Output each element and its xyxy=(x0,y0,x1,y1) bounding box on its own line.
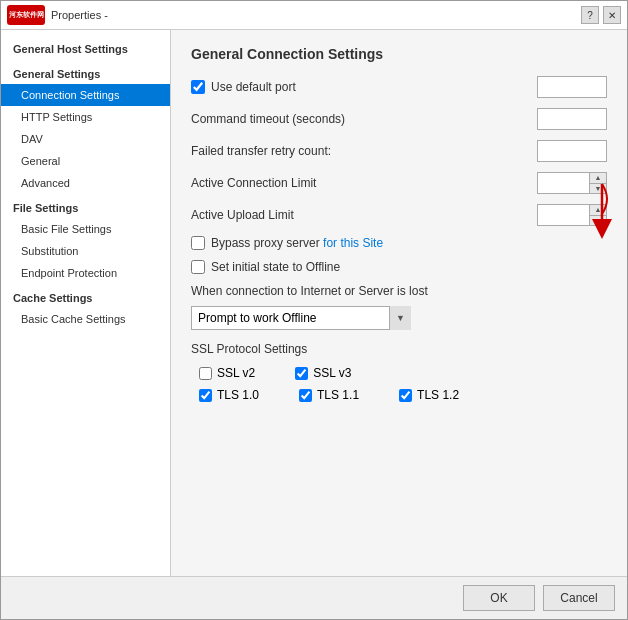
connection-lost-label: When connection to Internet or Server is… xyxy=(191,284,607,298)
sidebar-section-header-general: General Settings xyxy=(1,60,170,84)
tls-1-0-item: TLS 1.0 xyxy=(199,388,259,402)
main-title: General Connection Settings xyxy=(191,46,607,62)
sidebar-top-item[interactable]: General Host Settings xyxy=(1,38,170,60)
default-port-label: Use default port xyxy=(211,80,296,94)
bypass-proxy-link[interactable]: for this Site xyxy=(323,236,383,250)
sidebar-item-basic-cache-settings[interactable]: Basic Cache Settings xyxy=(1,308,170,330)
connection-lost-dropdown[interactable]: Prompt to work Offline Work Offline Stay… xyxy=(191,306,411,330)
active-connection-limit-spinner-btns: ▲ ▼ xyxy=(589,172,607,194)
title-bar-left: 河东软件网 Properties - xyxy=(7,5,108,25)
active-connection-limit-input[interactable]: 4 xyxy=(537,172,589,194)
sidebar-item-advanced[interactable]: Advanced xyxy=(1,172,170,194)
failed-transfer-label: Failed transfer retry count: xyxy=(191,144,537,158)
default-port-row: Use default port 443 xyxy=(191,76,607,98)
ssl-grid: SSL v2 SSL v3 TLS 1.0 TLS 1.1 xyxy=(199,366,607,402)
initial-state-label: Set initial state to Offline xyxy=(211,260,340,274)
tls-1-1-item: TLS 1.1 xyxy=(299,388,359,402)
tls-1-0-checkbox[interactable] xyxy=(199,389,212,402)
tls-1-2-checkbox[interactable] xyxy=(399,389,412,402)
close-button[interactable]: ✕ xyxy=(603,6,621,24)
ssl-v2-item: SSL v2 xyxy=(199,366,255,380)
active-upload-limit-spinner-btns: ▲ ▼ xyxy=(589,204,607,226)
dialog-footer: OK Cancel xyxy=(1,576,627,619)
command-timeout-label: Command timeout (seconds) xyxy=(191,112,537,126)
sidebar-item-basic-file-settings[interactable]: Basic File Settings xyxy=(1,218,170,240)
sidebar-item-connection-settings[interactable]: Connection Settings xyxy=(1,84,170,106)
connection-lost-dropdown-wrapper: Prompt to work Offline Work Offline Stay… xyxy=(191,306,411,330)
sidebar-item-substitution[interactable]: Substitution xyxy=(1,240,170,262)
tls-1-1-label: TLS 1.1 xyxy=(317,388,359,402)
bypass-proxy-label: Bypass proxy server for this Site xyxy=(211,236,383,250)
bypass-proxy-checkbox[interactable] xyxy=(191,236,205,250)
active-upload-limit-spinner: 2 ▲ ▼ xyxy=(537,204,607,226)
ssl-v3-item: SSL v3 xyxy=(295,366,351,380)
failed-transfer-input[interactable]: 2 xyxy=(537,140,607,162)
help-button[interactable]: ? xyxy=(581,6,599,24)
ssl-v2-label: SSL v2 xyxy=(217,366,255,380)
sidebar: General Host Settings General Settings C… xyxy=(1,30,171,576)
sidebar-section-general-settings: General Settings Connection Settings HTT… xyxy=(1,60,170,194)
tls-1-0-label: TLS 1.0 xyxy=(217,388,259,402)
active-connection-limit-spinner: 4 ▲ ▼ xyxy=(537,172,607,194)
dialog-body: General Host Settings General Settings C… xyxy=(1,30,627,576)
active-upload-limit-row: Active Upload Limit 2 ▲ ▼ xyxy=(191,204,607,226)
active-upload-limit-input[interactable]: 2 xyxy=(537,204,589,226)
title-bar-controls: ? ✕ xyxy=(581,6,621,24)
sidebar-section-file-settings: File Settings Basic File Settings Substi… xyxy=(1,194,170,284)
cancel-button[interactable]: Cancel xyxy=(543,585,615,611)
active-connection-limit-up[interactable]: ▲ xyxy=(590,173,606,183)
bypass-proxy-row: Bypass proxy server for this Site xyxy=(191,236,607,250)
default-port-input[interactable]: 443 xyxy=(537,76,607,98)
ssl-v3-label: SSL v3 xyxy=(313,366,351,380)
ssl-v2-checkbox[interactable] xyxy=(199,367,212,380)
sidebar-item-general[interactable]: General xyxy=(1,150,170,172)
title-bar-text: Properties - xyxy=(51,9,108,21)
active-connection-limit-row: Active Connection Limit 4 ▲ ▼ xyxy=(191,172,607,194)
initial-state-row: Set initial state to Offline xyxy=(191,260,607,274)
active-upload-limit-up[interactable]: ▲ xyxy=(590,205,606,215)
ssl-row-1: SSL v2 SSL v3 xyxy=(199,366,607,380)
dialog: 河东软件网 Properties - ? ✕ General Host Sett… xyxy=(0,0,628,620)
sidebar-section-header-cache: Cache Settings xyxy=(1,284,170,308)
command-timeout-input[interactable]: 30 xyxy=(537,108,607,130)
initial-state-checkbox[interactable] xyxy=(191,260,205,274)
active-connection-limit-label: Active Connection Limit xyxy=(191,176,537,190)
tls-1-1-checkbox[interactable] xyxy=(299,389,312,402)
active-connection-limit-down[interactable]: ▼ xyxy=(590,183,606,194)
title-bar: 河东软件网 Properties - ? ✕ xyxy=(1,1,627,30)
failed-transfer-row: Failed transfer retry count: 2 xyxy=(191,140,607,162)
ssl-v3-checkbox[interactable] xyxy=(295,367,308,380)
connection-lost-dropdown-row: Prompt to work Offline Work Offline Stay… xyxy=(191,306,607,330)
tls-1-2-item: TLS 1.2 xyxy=(399,388,459,402)
ssl-row-2: TLS 1.0 TLS 1.1 TLS 1.2 xyxy=(199,388,607,402)
ok-button[interactable]: OK xyxy=(463,585,535,611)
default-port-checkbox[interactable] xyxy=(191,80,205,94)
default-port-checkbox-row: Use default port xyxy=(191,80,537,94)
ssl-section-title: SSL Protocol Settings xyxy=(191,342,607,356)
app-logo: 河东软件网 xyxy=(7,5,45,25)
command-timeout-row: Command timeout (seconds) 30 xyxy=(191,108,607,130)
sidebar-section-header-file: File Settings xyxy=(1,194,170,218)
sidebar-item-http-settings[interactable]: HTTP Settings xyxy=(1,106,170,128)
tls-1-2-label: TLS 1.2 xyxy=(417,388,459,402)
sidebar-item-dav[interactable]: DAV xyxy=(1,128,170,150)
sidebar-section-cache-settings: Cache Settings Basic Cache Settings xyxy=(1,284,170,330)
sidebar-item-endpoint-protection[interactable]: Endpoint Protection xyxy=(1,262,170,284)
main-content: General Connection Settings Use default … xyxy=(171,30,627,576)
active-upload-limit-down[interactable]: ▼ xyxy=(590,215,606,226)
active-upload-limit-label: Active Upload Limit xyxy=(191,208,537,222)
